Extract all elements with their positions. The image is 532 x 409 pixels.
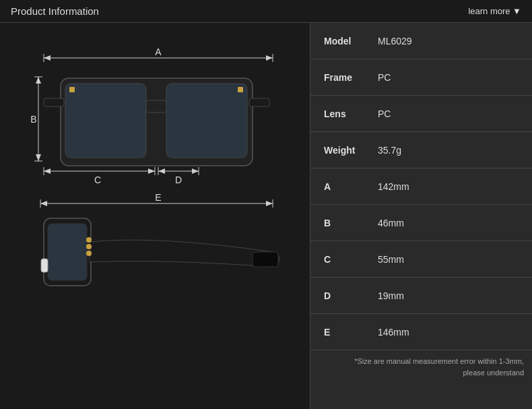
svg-marker-36 xyxy=(266,201,273,206)
svg-marker-35 xyxy=(40,201,47,206)
spec-value: PC xyxy=(378,108,391,119)
footnote: *Size are manual measurement error withi… xyxy=(310,350,532,383)
spec-label: Lens xyxy=(324,108,378,119)
svg-point-41 xyxy=(86,237,92,243)
page-title: Product Information xyxy=(11,5,99,17)
svg-marker-4 xyxy=(266,55,273,61)
side-view-diagram: E xyxy=(24,191,286,333)
spec-row-lens: LensPC xyxy=(310,96,532,132)
spec-value: 142mm xyxy=(378,181,409,192)
svg-marker-29 xyxy=(158,168,165,174)
spec-row-frame: FramePC xyxy=(310,59,532,96)
svg-text:B: B xyxy=(30,114,36,125)
svg-rect-44 xyxy=(41,259,48,272)
specs-section: ModelML6029FramePCLensPCWeight35.7gA142m… xyxy=(310,23,532,409)
spec-label: Weight xyxy=(324,145,378,156)
spec-label: D xyxy=(324,290,378,301)
svg-rect-16 xyxy=(44,98,64,106)
spec-row-e: E146mm xyxy=(310,314,532,350)
spec-value: 35.7g xyxy=(378,145,401,156)
spec-value: ML6029 xyxy=(378,36,412,46)
svg-marker-23 xyxy=(44,168,51,174)
page-header: Product Information learn more ▼ xyxy=(0,0,532,23)
spec-value: 146mm xyxy=(378,327,409,338)
svg-text:C: C xyxy=(94,175,101,185)
top-view-svg: A B xyxy=(24,36,286,191)
learn-more-link[interactable]: learn more ▼ xyxy=(468,6,521,16)
svg-point-42 xyxy=(86,244,92,249)
spec-label: Frame xyxy=(324,72,378,83)
svg-marker-3 xyxy=(44,55,51,61)
spec-row-weight: Weight35.7g xyxy=(310,132,532,168)
svg-text:E: E xyxy=(155,192,161,203)
spec-row-model: ModelML6029 xyxy=(310,23,532,59)
svg-marker-9 xyxy=(36,77,41,84)
svg-marker-10 xyxy=(36,154,41,161)
svg-rect-19 xyxy=(238,87,243,92)
spec-row-b: B46mm xyxy=(310,205,532,241)
svg-rect-17 xyxy=(249,98,269,106)
svg-marker-30 xyxy=(192,168,199,174)
svg-marker-24 xyxy=(148,168,155,174)
spec-label: C xyxy=(324,254,378,265)
svg-point-43 xyxy=(86,251,92,256)
spec-label: Model xyxy=(324,36,378,46)
spec-value: 19mm xyxy=(378,290,404,301)
svg-rect-13 xyxy=(65,84,146,158)
spec-row-a: A142mm xyxy=(310,168,532,205)
spec-value: 46mm xyxy=(378,218,404,228)
spec-value: PC xyxy=(378,72,391,83)
svg-rect-39 xyxy=(48,224,87,280)
diagram-section: A B xyxy=(0,23,310,409)
side-view-svg: E xyxy=(24,191,286,326)
main-content: A B xyxy=(0,23,532,409)
spec-label: E xyxy=(324,327,378,338)
spec-row-d: D19mm xyxy=(310,278,532,314)
spec-value: 55mm xyxy=(378,254,404,265)
svg-rect-14 xyxy=(166,84,247,158)
svg-rect-40 xyxy=(253,252,278,267)
spec-label: B xyxy=(324,218,378,228)
spec-label: A xyxy=(324,181,378,192)
svg-text:D: D xyxy=(175,175,182,185)
svg-text:A: A xyxy=(155,46,162,57)
spec-row-c: C55mm xyxy=(310,241,532,278)
top-view-diagram: A B xyxy=(24,36,286,191)
svg-rect-18 xyxy=(69,87,75,92)
svg-rect-15 xyxy=(146,100,166,113)
